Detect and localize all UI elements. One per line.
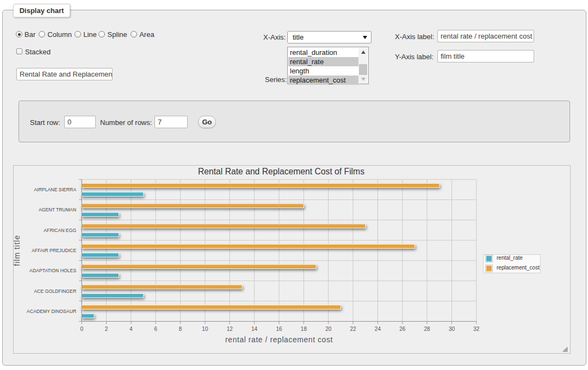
svg-text:18: 18	[301, 326, 307, 332]
svg-text:rental_rate: rental_rate	[497, 255, 523, 261]
svg-text:26: 26	[399, 326, 406, 332]
svg-text:30: 30	[449, 326, 455, 332]
svg-text:24: 24	[375, 326, 381, 332]
svg-text:4: 4	[129, 326, 133, 332]
svg-text:10: 10	[202, 326, 208, 332]
svg-text:14: 14	[251, 326, 258, 332]
svg-text:AIRPLANE SIERRA: AIRPLANE SIERRA	[34, 187, 76, 192]
svg-text:16: 16	[276, 326, 282, 332]
svg-text:rental rate / replacement cost: rental rate / replacement cost	[225, 335, 333, 344]
svg-text:20: 20	[325, 326, 332, 332]
svg-text:replacement_cost: replacement_cost	[497, 265, 540, 271]
svg-text:film title: film title	[13, 235, 21, 266]
svg-text:ACE GOLDFINGER: ACE GOLDFINGER	[34, 289, 76, 294]
svg-text:22: 22	[350, 326, 356, 332]
svg-text:ADAPTATION HOLES: ADAPTATION HOLES	[29, 268, 76, 273]
svg-text:Rental Rate and Replacement Co: Rental Rate and Replacement Cost of Film…	[198, 167, 364, 176]
svg-text:12: 12	[227, 326, 233, 332]
svg-text:8: 8	[179, 326, 182, 332]
svg-text:2: 2	[105, 326, 108, 332]
svg-text:AFRICAN EGG: AFRICAN EGG	[44, 228, 76, 233]
svg-text:6: 6	[154, 326, 157, 332]
svg-text:AGENT TRUMAN: AGENT TRUMAN	[39, 207, 76, 212]
svg-text:32: 32	[473, 326, 480, 332]
svg-text:28: 28	[424, 326, 431, 332]
svg-text:AFFAIR PREJUDICE: AFFAIR PREJUDICE	[32, 248, 76, 253]
svg-text:ACADEMY DINOSAUR: ACADEMY DINOSAUR	[27, 309, 76, 314]
svg-text:0: 0	[80, 326, 83, 332]
